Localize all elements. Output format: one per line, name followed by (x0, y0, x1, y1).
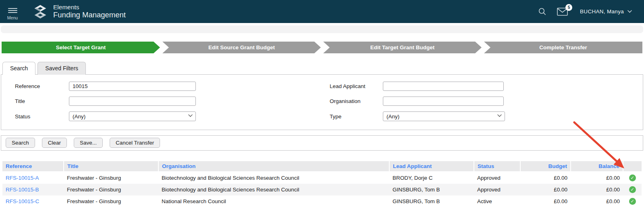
column-header-status[interactable]: Status (474, 161, 520, 172)
grant-status-cell: Approved (474, 172, 520, 184)
grant-lead-applicant-cell: GINSBURG, Tom B (389, 195, 474, 207)
column-header-reference[interactable]: Reference (2, 161, 64, 172)
actions-bar: Search Clear Save... Cancel Transfer (1, 135, 643, 151)
filter-tabs: Search Saved Filters (2, 62, 644, 74)
lead-applicant-label: Lead Applicant (330, 83, 383, 89)
grant-organisation-cell: National Research Council (158, 195, 389, 207)
lead-applicant-input[interactable] (383, 82, 504, 91)
grant-balance-cell: £0.00 (571, 172, 623, 184)
chevron-down-icon (497, 114, 502, 117)
status-select[interactable]: (Any) (69, 111, 196, 121)
grant-reference-link[interactable]: RFS-10015-A (6, 175, 39, 181)
select-grant-check-icon[interactable]: ✓ (629, 174, 636, 181)
column-header-title[interactable]: Title (64, 161, 158, 172)
column-header-lead-applicant[interactable]: Lead Applicant (389, 161, 474, 172)
organisation-input[interactable] (383, 97, 504, 106)
grant-budget-cell: £0.00 (520, 184, 571, 195)
toolbar-strip (1, 25, 643, 33)
step-select-target-grant[interactable]: Select Target Grant (2, 42, 160, 53)
search-icon (538, 7, 546, 16)
column-header-organisation[interactable]: Organisation (158, 161, 389, 172)
grant-title-cell: Freshwater - Ginsburg (64, 184, 158, 195)
reference-input[interactable] (69, 82, 196, 91)
type-select[interactable]: (Any) (383, 111, 505, 121)
app-title: Elements Funding Management (53, 4, 126, 19)
column-header-select (623, 161, 642, 172)
user-name: BUCHAN, Manya (580, 8, 624, 15)
search-panel: Reference Title Status (Any) Lead Applic… (1, 74, 643, 130)
save-button[interactable]: Save... (74, 138, 103, 148)
chevron-down-icon (627, 10, 632, 13)
grant-budget-cell: £0.00 (520, 172, 571, 184)
chevron-down-icon (188, 114, 193, 117)
elements-logo-icon (32, 4, 48, 20)
title-input[interactable] (69, 97, 196, 106)
app-header: Menu Elements Funding Management 5 BUCHA… (0, 0, 644, 23)
step-edit-target-grant-budget[interactable]: Edit Target Grant Budget (323, 42, 482, 53)
grant-balance-cell: £0.00 (571, 195, 623, 207)
grant-balance-cell: £0.00 (571, 184, 623, 195)
grant-lead-applicant-cell: BRODY, Dorje C (389, 172, 474, 184)
step-edit-source-grant-budget[interactable]: Edit Source Grant Budget (162, 42, 321, 53)
grant-reference-link[interactable]: RFS-10015-C (6, 198, 39, 204)
grants-table: Reference Title Organisation Lead Applic… (2, 161, 642, 207)
step-label: Edit Source Grant Budget (208, 44, 275, 50)
organisation-label: Organisation (330, 98, 383, 104)
type-label: Type (330, 113, 383, 120)
user-menu[interactable]: BUCHAN, Manya (580, 8, 632, 15)
menu-button-label: Menu (7, 15, 18, 20)
results-section: Reference Title Organisation Lead Applic… (0, 161, 644, 207)
tab-saved-filters[interactable]: Saved Filters (37, 62, 86, 75)
app-title-line1: Elements (53, 4, 126, 11)
clear-button[interactable]: Clear (42, 138, 67, 148)
header-search-button[interactable] (538, 7, 546, 16)
grant-budget-cell: £0.00 (520, 195, 571, 207)
grant-title-cell: Freshwater - Ginsburg (64, 172, 158, 184)
tab-search[interactable]: Search (2, 62, 35, 75)
messages-button[interactable]: 5 (557, 8, 568, 16)
grant-organisation-cell: Biotechnology and Biological Sciences Re… (158, 184, 389, 195)
step-label: Select Target Grant (56, 44, 106, 50)
step-label: Edit Target Grant Budget (370, 44, 435, 50)
grant-status-cell: Active (474, 195, 520, 207)
table-row: RFS-10015-B Freshwater - Ginsburg Biotec… (2, 184, 642, 195)
notification-badge: 5 (565, 4, 572, 11)
status-select-value: (Any) (73, 113, 85, 120)
cancel-transfer-button[interactable]: Cancel Transfer (110, 138, 160, 148)
grant-reference-link[interactable]: RFS-10015-B (6, 187, 39, 193)
results-table-body: RFS-10015-A Freshwater - Ginsburg Biotec… (2, 172, 642, 207)
title-label: Title (15, 98, 69, 104)
search-button[interactable]: Search (6, 138, 35, 148)
grant-organisation-cell: Biotechnology and Biological Sciences Re… (158, 172, 389, 184)
grant-lead-applicant-cell: GINSBURG, Tom B (389, 184, 474, 195)
select-grant-check-icon[interactable]: ✓ (629, 198, 636, 205)
app-title-line2: Funding Management (53, 11, 126, 19)
step-complete-transfer[interactable]: Complete Transfer (484, 42, 642, 53)
hamburger-icon (8, 7, 17, 14)
status-label: Status (15, 113, 69, 120)
step-label: Complete Transfer (539, 44, 587, 50)
table-header-row: Reference Title Organisation Lead Applic… (2, 161, 642, 172)
table-row: RFS-10015-C Freshwater - Ginsburg Nation… (2, 195, 642, 207)
menu-button[interactable]: Menu (0, 3, 25, 20)
table-row: RFS-10015-A Freshwater - Ginsburg Biotec… (2, 172, 642, 184)
grant-status-cell: Approved (474, 184, 520, 195)
type-select-value: (Any) (386, 113, 399, 120)
column-header-budget[interactable]: Budget (520, 161, 571, 172)
select-grant-check-icon[interactable]: ✓ (629, 186, 636, 193)
reference-label: Reference (15, 83, 69, 89)
column-header-balance[interactable]: Balance (571, 161, 623, 172)
transfer-wizard-stepper: Select Target Grant Edit Source Grant Bu… (2, 42, 642, 53)
grant-title-cell: Freshwater - Ginsburg (64, 195, 158, 207)
